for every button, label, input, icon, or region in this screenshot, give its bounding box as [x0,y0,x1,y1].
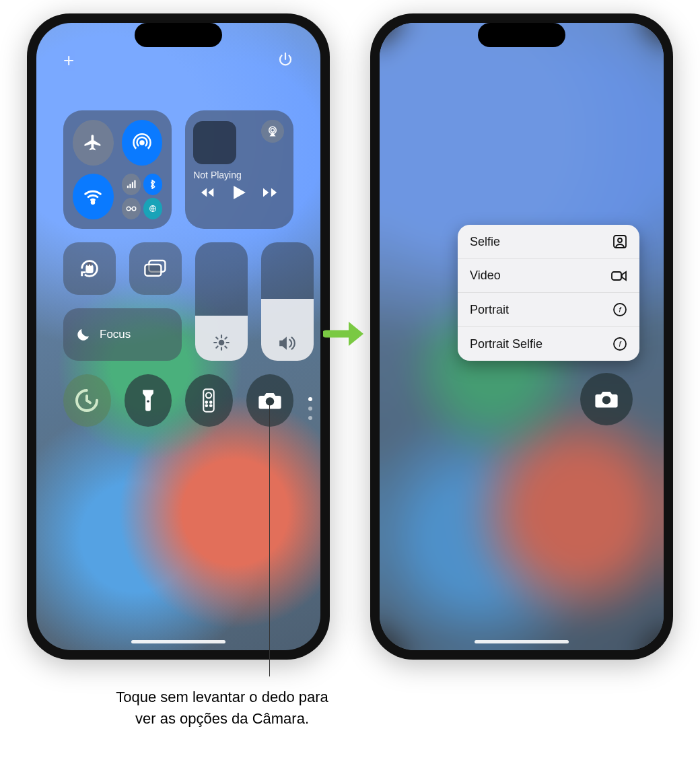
svg-point-27 [618,238,622,242]
now-playing-tile[interactable]: Not Playing [185,110,293,229]
iphone-right: Selfie Video Portrait f [370,13,673,660]
svg-point-11 [271,129,274,132]
personal-hotspot-icon [122,198,141,219]
svg-rect-14 [145,265,161,276]
svg-point-33 [602,396,610,404]
menu-item-label: Video [470,269,501,283]
dynamic-island [478,23,565,47]
connectivity-more-cluster[interactable] [122,174,163,219]
focus-button[interactable]: Focus [63,308,182,361]
media-controls [193,186,285,199]
brightness-slider[interactable] [195,242,248,361]
transition-arrow-icon [323,316,366,351]
aperture-icon: f [612,337,627,351]
callout-caption: Toque sem levantar o dedo para ver as op… [114,687,330,730]
speaker-icon [278,335,297,351]
screen-mirroring-button[interactable] [129,242,182,295]
control-center-grid: Not Playing [63,110,293,427]
control-center-page-dots [308,397,312,420]
orientation-lock-toggle[interactable] [63,242,116,295]
svg-rect-4 [132,182,133,188]
callout-leader-line [269,404,270,676]
home-indicator [131,640,225,643]
svg-text:f: f [619,306,621,314]
menu-item-label: Selfie [470,235,500,249]
moon-icon [75,326,92,343]
svg-point-20 [206,392,211,398]
control-center-topbar: + [36,51,320,70]
power-button[interactable] [277,51,293,70]
flashlight-button[interactable] [125,374,172,427]
video-camera-icon [611,270,627,282]
svg-point-15 [219,340,225,346]
aperture-icon: f [612,302,627,317]
media-artwork [193,121,236,164]
svg-point-0 [140,141,143,145]
camera-context-menu: Selfie Video Portrait f [458,225,639,361]
svg-point-7 [132,207,136,211]
camera-menu-portrait-selfie[interactable]: Portrait Selfie f [458,327,639,361]
camera-menu-video[interactable]: Video [458,259,639,293]
svg-rect-28 [612,272,621,280]
focus-label: Focus [100,328,131,341]
page-dot [308,397,312,401]
home-indicator [475,640,569,643]
svg-rect-12 [87,266,93,273]
camera-button[interactable] [580,373,633,425]
volume-slider[interactable] [261,242,314,361]
rewind-button[interactable] [201,187,216,198]
svg-rect-5 [134,180,135,188]
menu-item-label: Portrait [470,303,509,317]
camera-menu-selfie[interactable]: Selfie [458,225,639,259]
menu-item-label: Portrait Selfie [470,337,542,351]
svg-rect-2 [127,186,129,188]
page-dot [308,416,312,420]
svg-point-22 [210,401,212,403]
page-dot [308,407,312,411]
airdrop-toggle[interactable] [122,120,163,166]
context-menu-screen: Selfie Video Portrait f [380,23,664,650]
fast-forward-button[interactable] [263,187,278,198]
svg-point-21 [206,401,208,403]
svg-rect-26 [614,236,626,248]
svg-point-18 [147,400,149,403]
wifi-toggle[interactable] [73,174,114,219]
airplane-mode-toggle[interactable] [73,120,114,166]
svg-point-23 [206,405,208,407]
timer-button[interactable] [63,374,111,427]
add-control-button[interactable]: + [63,51,74,70]
play-button[interactable] [234,186,246,199]
dynamic-island [135,23,222,47]
svg-rect-3 [129,184,131,188]
apple-tv-remote-button[interactable] [185,374,233,427]
iphone-left: + [27,13,330,660]
svg-point-1 [92,201,95,204]
svg-text:f: f [619,340,621,348]
camera-menu-portrait[interactable]: Portrait f [458,293,639,327]
person-square-icon [612,234,627,249]
svg-point-24 [210,405,212,407]
sun-icon [213,334,230,351]
bluetooth-icon [143,174,162,195]
control-center-screen: + [36,23,320,650]
connectivity-group[interactable] [63,110,172,229]
svg-point-6 [127,207,131,211]
airplay-button[interactable] [261,120,284,143]
sharing-icon [143,198,162,219]
now-playing-label: Not Playing [193,170,285,180]
cellular-signal-icon [122,174,141,195]
